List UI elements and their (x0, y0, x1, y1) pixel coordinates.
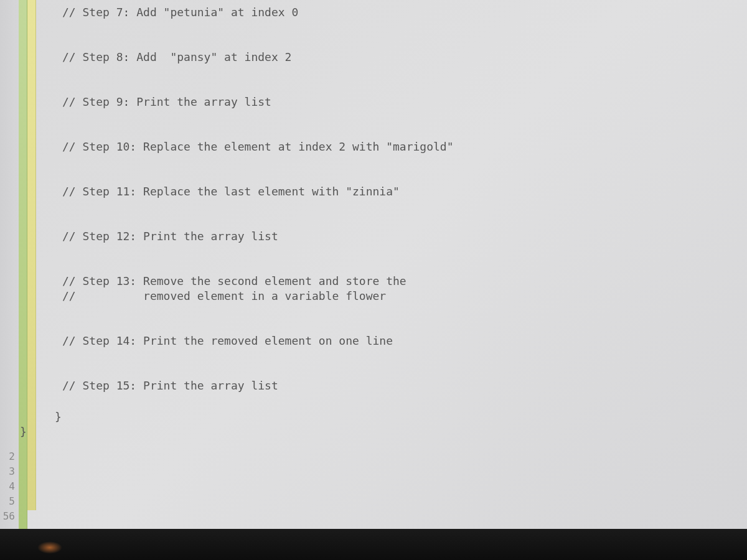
blank-line[interactable] (62, 65, 747, 95)
blank-line[interactable] (62, 199, 747, 229)
comment-step-13a[interactable]: // Step 13: Remove the second element an… (62, 274, 747, 289)
closing-brace-outer[interactable]: } (20, 424, 747, 439)
blank-line[interactable] (62, 20, 747, 50)
line-number-gutter: 2 3 4 5 56 (0, 0, 19, 529)
blank-line[interactable] (62, 393, 747, 408)
code-content-area[interactable]: // Step 7: Add "petunia" at index 0 // S… (36, 0, 747, 529)
line-number: 3 (0, 464, 15, 479)
comment-step-15[interactable]: // Step 15: Print the array list (62, 378, 747, 393)
closing-brace-inner[interactable]: } (37, 409, 747, 424)
code-editor[interactable]: 2 3 4 5 56 // Step 7: Add "petunia" at i… (0, 0, 747, 529)
comment-step-9[interactable]: // Step 9: Print the array list (62, 95, 747, 110)
blank-line[interactable] (62, 244, 747, 274)
comment-step-10[interactable]: // Step 10: Replace the element at index… (62, 139, 747, 154)
comment-step-14[interactable]: // Step 14: Print the removed element on… (62, 334, 747, 348)
desk-reflection (37, 541, 62, 554)
line-number: 4 (0, 479, 15, 494)
blank-line[interactable] (62, 348, 747, 378)
comment-step-12[interactable]: // Step 12: Print the array list (62, 229, 747, 244)
desk-below-screen (0, 529, 747, 560)
blank-line[interactable] (62, 154, 747, 184)
comment-step-7[interactable]: // Step 7: Add "petunia" at index 0 (62, 5, 747, 20)
line-number: 56 (0, 509, 15, 524)
indent-guide-level-1 (19, 0, 27, 529)
indent-guides (19, 0, 36, 529)
comment-step-13b[interactable]: // removed element in a variable flower (62, 289, 747, 304)
line-number: 5 (0, 494, 15, 509)
comment-step-8[interactable]: // Step 8: Add "pansy" at index 2 (62, 50, 747, 65)
line-number: 2 (0, 449, 15, 464)
blank-line[interactable] (62, 110, 747, 139)
comment-step-11[interactable]: // Step 11: Replace the last element wit… (62, 184, 747, 199)
blank-line[interactable] (62, 304, 747, 334)
